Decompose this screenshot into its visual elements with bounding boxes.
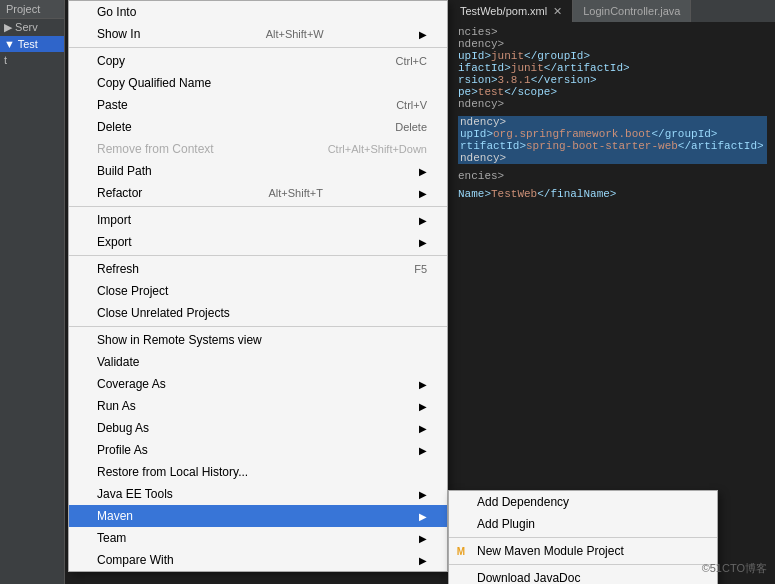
menu-team[interactable]: Team ▶ — [69, 527, 447, 549]
menu-copy[interactable]: Copy Ctrl+C — [69, 50, 447, 72]
menu-go-into-label: Go Into — [97, 5, 136, 19]
menu-profile-as-arrow: ▶ — [419, 445, 427, 456]
menu-restore-history-label: Restore from Local History... — [97, 465, 248, 479]
menu-maven-label: Maven — [97, 509, 133, 523]
separator-4 — [69, 326, 447, 327]
menu-refactor[interactable]: Refactor Alt+Shift+T ▶ — [69, 182, 447, 204]
separator-3 — [69, 255, 447, 256]
menu-compare-with-label: Compare With — [97, 553, 174, 567]
tab-pom-xml-label: TestWeb/pom.xml — [460, 5, 547, 17]
submenu-add-dependency-label: Add Dependency — [477, 495, 569, 509]
menu-copy-qualified-label: Copy Qualified Name — [97, 76, 211, 90]
menu-import-arrow: ▶ — [419, 215, 427, 226]
menu-go-into[interactable]: Go Into — [69, 1, 447, 23]
project-panel: Project ▶ Serv ▼ Test t — [0, 0, 65, 584]
menu-copy-qualified[interactable]: Copy Qualified Name — [69, 72, 447, 94]
menu-show-in-shortcut: Alt+Shift+W — [236, 28, 324, 40]
maven-sep-1 — [449, 537, 717, 538]
menu-refresh-label: Refresh — [97, 262, 139, 276]
menu-close-unrelated[interactable]: Close Unrelated Projects — [69, 302, 447, 324]
editor-line-4: ifactId>junit</artifactId> — [458, 62, 767, 74]
editor-line-5: rsion>3.8.1</version> — [458, 74, 767, 86]
menu-remove-context-label: Remove from Context — [97, 142, 214, 156]
menu-validate-label: Validate — [97, 355, 139, 369]
menu-team-label: Team — [97, 531, 126, 545]
menu-debug-as-label: Debug As — [97, 421, 149, 435]
menu-java-ee-tools-arrow: ▶ — [419, 489, 427, 500]
menu-coverage-as[interactable]: Coverage As ▶ — [69, 373, 447, 395]
menu-compare-with-arrow: ▶ — [419, 555, 427, 566]
menu-show-in[interactable]: Show In Alt+Shift+W ▶ — [69, 23, 447, 45]
menu-coverage-as-arrow: ▶ — [419, 379, 427, 390]
menu-compare-with[interactable]: Compare With ▶ — [69, 549, 447, 571]
separator-2 — [69, 206, 447, 207]
tab-login-controller[interactable]: LoginController.java — [573, 0, 691, 22]
menu-maven-arrow: ▶ — [419, 511, 427, 522]
menu-copy-label: Copy — [97, 54, 125, 68]
menu-profile-as-label: Profile As — [97, 443, 148, 457]
menu-team-arrow: ▶ — [419, 533, 427, 544]
menu-java-ee-tools-label: Java EE Tools — [97, 487, 173, 501]
menu-refresh[interactable]: Refresh F5 — [69, 258, 447, 280]
menu-remove-context[interactable]: Remove from Context Ctrl+Alt+Shift+Down — [69, 138, 447, 160]
tab-pom-xml[interactable]: TestWeb/pom.xml ✕ — [450, 0, 573, 22]
submenu-add-dependency[interactable]: Add Dependency — [449, 491, 717, 513]
menu-paste-label: Paste — [97, 98, 128, 112]
menu-run-as[interactable]: Run As ▶ — [69, 395, 447, 417]
menu-java-ee-tools[interactable]: Java EE Tools ▶ — [69, 483, 447, 505]
menu-show-in-arrow: ▶ — [419, 29, 427, 40]
menu-show-remote[interactable]: Show in Remote Systems view — [69, 329, 447, 351]
menu-import-label: Import — [97, 213, 131, 227]
menu-close-project[interactable]: Close Project — [69, 280, 447, 302]
menu-paste-shortcut: Ctrl+V — [366, 99, 427, 111]
editor-line-6: pe>test</scope> — [458, 86, 767, 98]
submenu-download-javadoc-label: Download JavaDoc — [477, 571, 580, 584]
submenu-new-module[interactable]: M New Maven Module Project — [449, 540, 717, 562]
submenu-download-javadoc[interactable]: Download JavaDoc — [449, 567, 717, 584]
tab-login-label: LoginController.java — [583, 5, 680, 17]
project-tree-t[interactable]: t — [0, 52, 64, 68]
menu-delete[interactable]: Delete Delete — [69, 116, 447, 138]
tab-close-pom[interactable]: ✕ — [553, 5, 562, 18]
menu-coverage-as-label: Coverage As — [97, 377, 166, 391]
submenu-add-plugin[interactable]: Add Plugin — [449, 513, 717, 535]
editor-line-9-hl: upId>org.springframework.boot</groupId> — [458, 128, 767, 140]
menu-restore-history[interactable]: Restore from Local History... — [69, 461, 447, 483]
menu-copy-shortcut: Ctrl+C — [366, 55, 427, 67]
menu-run-as-label: Run As — [97, 399, 136, 413]
menu-import[interactable]: Import ▶ — [69, 209, 447, 231]
project-tree-serv[interactable]: ▶ Serv — [0, 19, 64, 36]
editor-tabs: TestWeb/pom.xml ✕ LoginController.java — [450, 0, 775, 22]
menu-refactor-label: Refactor — [97, 186, 142, 200]
maven-sep-2 — [449, 564, 717, 565]
editor-line-7: ndency> — [458, 98, 767, 110]
menu-export[interactable]: Export ▶ — [69, 231, 447, 253]
editor-line-1: ncies> — [458, 26, 767, 38]
menu-delete-shortcut: Delete — [365, 121, 427, 133]
menu-export-arrow: ▶ — [419, 237, 427, 248]
menu-paste[interactable]: Paste Ctrl+V — [69, 94, 447, 116]
project-tree-test[interactable]: ▼ Test — [0, 36, 64, 52]
menu-maven[interactable]: Maven ▶ — [69, 505, 447, 527]
editor-line-3: upId>junit</groupId> — [458, 50, 767, 62]
menu-refactor-shortcut: Alt+Shift+T — [238, 187, 322, 199]
menu-debug-as[interactable]: Debug As ▶ — [69, 417, 447, 439]
menu-run-as-arrow: ▶ — [419, 401, 427, 412]
menu-build-path[interactable]: Build Path ▶ — [69, 160, 447, 182]
separator-1 — [69, 47, 447, 48]
menu-remove-context-shortcut: Ctrl+Alt+Shift+Down — [298, 143, 427, 155]
maven-submenu: Add Dependency Add Plugin M New Maven Mo… — [448, 490, 718, 584]
menu-show-in-label: Show In — [97, 27, 140, 41]
editor-line-2: ndency> — [458, 38, 767, 50]
editor-line-13: Name>TestWeb</finalName> — [458, 188, 767, 200]
project-panel-header: Project — [0, 0, 64, 19]
menu-profile-as[interactable]: Profile As ▶ — [69, 439, 447, 461]
menu-delete-label: Delete — [97, 120, 132, 134]
menu-build-path-arrow: ▶ — [419, 166, 427, 177]
menu-validate[interactable]: Validate — [69, 351, 447, 373]
context-menu-main: Go Into Show In Alt+Shift+W ▶ Copy Ctrl+… — [68, 0, 448, 572]
menu-show-remote-label: Show in Remote Systems view — [97, 333, 262, 347]
submenu-add-plugin-label: Add Plugin — [477, 517, 535, 531]
maven-module-icon: M — [453, 543, 469, 559]
menu-export-label: Export — [97, 235, 132, 249]
